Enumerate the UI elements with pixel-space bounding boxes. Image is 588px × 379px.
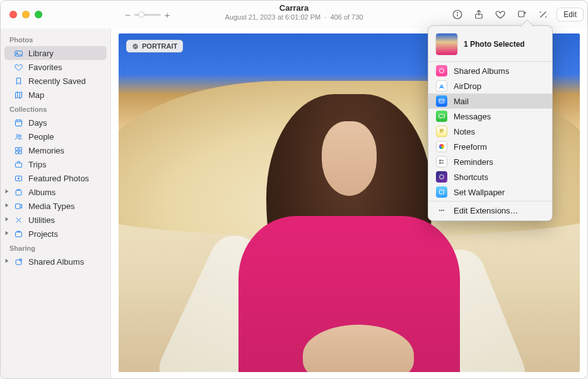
zoom-in-icon[interactable]: +	[165, 9, 170, 20]
share-item-label: Shortcuts	[454, 172, 488, 182]
svg-rect-10	[15, 147, 18, 150]
sidebar-section-sharing: Sharing	[1, 241, 110, 255]
media-icon	[13, 201, 23, 211]
share-item-shortcuts[interactable]: Shortcuts	[428, 169, 552, 184]
photo-counter: 406 of 730	[330, 13, 363, 21]
share-item-airdrop[interactable]: AirDrop	[428, 78, 552, 93]
sidebar-item-people[interactable]: People	[4, 129, 107, 143]
sidebar-item-label: Map	[28, 90, 44, 100]
sidebar-item-utilities[interactable]: Utilities	[4, 213, 107, 227]
sparkle-icon	[13, 173, 23, 183]
favorite-button[interactable]	[492, 6, 509, 23]
share-item-label: Reminders	[454, 157, 493, 167]
separator	[428, 201, 552, 202]
calendar-icon	[13, 117, 23, 128]
messages-icon	[436, 111, 447, 122]
sidebar-item-days[interactable]: Days	[4, 116, 107, 129]
airdrop-icon	[436, 80, 447, 92]
albums-icon	[13, 187, 23, 197]
svg-rect-11	[19, 147, 21, 150]
sidebar[interactable]: Photos Library Favorites Recently Saved …	[1, 28, 111, 378]
sidebar-item-label: Recently Saved	[28, 76, 86, 86]
sidebar-item-label: Utilities	[28, 215, 55, 225]
photo-datetime: August 21, 2023 at 6:01:02 PM	[225, 13, 321, 21]
share-item-label: Notes	[454, 127, 475, 136]
share-item-set-wallpaper[interactable]: Set Wallpaper	[428, 184, 552, 200]
photo-detail	[322, 121, 377, 196]
sidebar-item-projects[interactable]: Projects	[4, 227, 107, 241]
info-button[interactable]	[449, 6, 466, 23]
close-button[interactable]	[9, 11, 17, 18]
sidebar-section-photos: Photos	[1, 32, 110, 46]
disclosure-icon[interactable]	[4, 258, 9, 265]
share-item-shared-albums[interactable]: Shared Albums	[428, 63, 552, 78]
minimize-button[interactable]	[22, 11, 30, 18]
disclosure-icon[interactable]	[4, 217, 9, 223]
share-item-edit-extensions[interactable]: Edit Extensions…	[428, 203, 552, 218]
disclosure-icon[interactable]	[4, 203, 9, 209]
suitcase-icon	[13, 159, 23, 169]
titlebar: − + Carrara August 21, 2023 at 6:01:02 P…	[1, 1, 587, 28]
share-item-label: Mail	[454, 97, 469, 106]
sidebar-item-library[interactable]: Library	[4, 46, 107, 60]
svg-point-27	[440, 69, 444, 73]
zoom-out-icon[interactable]: −	[125, 9, 131, 20]
shared-albums-icon	[13, 256, 23, 267]
share-item-mail[interactable]: Mail	[428, 93, 552, 109]
toolbar-right: Edit	[449, 6, 584, 23]
map-icon	[13, 90, 23, 100]
sidebar-item-media-types[interactable]: Media Types	[4, 199, 107, 213]
sidebar-item-albums[interactable]: Albums	[4, 185, 107, 199]
svg-rect-13	[19, 151, 21, 153]
disclosure-icon[interactable]	[4, 189, 9, 195]
auto-enhance-button[interactable]	[535, 6, 551, 23]
svg-marker-16	[6, 190, 9, 193]
zoom-slider[interactable]	[134, 14, 161, 16]
share-item-freeform[interactable]: Freeform	[428, 139, 552, 154]
sidebar-item-label: Media Types	[28, 202, 74, 211]
photo-location: Carrara	[225, 3, 363, 13]
share-button[interactable]	[471, 6, 487, 23]
sidebar-item-label: Memories	[28, 146, 64, 155]
share-selection-count: 1 Photo Selected	[464, 40, 525, 49]
shared-albums-icon	[436, 65, 447, 76]
sidebar-section-collections: Collections	[1, 102, 110, 116]
share-item-label: Set Wallpaper	[454, 188, 505, 197]
share-item-label: Messages	[454, 112, 491, 121]
svg-rect-7	[15, 120, 21, 126]
sidebar-item-label: Trips	[28, 160, 46, 169]
utilities-icon	[13, 215, 23, 225]
sidebar-item-memories[interactable]: Memories	[4, 143, 107, 157]
share-item-label: Shared Albums	[454, 66, 509, 76]
svg-point-35	[441, 210, 442, 211]
svg-rect-33	[440, 190, 444, 194]
sidebar-item-recently-saved[interactable]: Recently Saved	[4, 74, 107, 88]
freeform-icon	[436, 141, 447, 152]
fullscreen-button[interactable]	[35, 11, 42, 18]
zoom-control[interactable]: − +	[125, 9, 170, 20]
sidebar-item-label: Projects	[28, 229, 58, 239]
sidebar-item-trips[interactable]: Trips	[4, 157, 107, 171]
disclosure-icon[interactable]	[4, 231, 9, 237]
projects-icon	[13, 229, 23, 239]
portrait-badge[interactable]: PORTRAIT	[126, 40, 183, 52]
svg-rect-4	[519, 11, 524, 17]
sidebar-item-featured-photos[interactable]: Featured Photos	[4, 171, 107, 185]
share-item-label: Freeform	[454, 142, 487, 152]
svg-point-8	[16, 134, 18, 136]
title-center: Carrara August 21, 2023 at 6:01:02 PM · …	[225, 3, 363, 21]
sidebar-item-label: Albums	[28, 188, 56, 197]
share-item-reminders[interactable]: Reminders	[428, 154, 552, 169]
share-item-messages[interactable]: Messages	[428, 109, 552, 124]
share-item-notes[interactable]: Notes	[428, 124, 552, 139]
separator	[428, 61, 552, 62]
svg-point-31	[440, 162, 441, 164]
aperture-icon	[132, 43, 139, 50]
edit-button[interactable]: Edit	[556, 8, 584, 21]
sidebar-item-map[interactable]: Map	[4, 88, 107, 102]
window-traffic-lights	[1, 11, 111, 18]
sidebar-item-favorites[interactable]: Favorites	[4, 60, 107, 74]
svg-marker-18	[6, 203, 9, 207]
share-thumbnail	[436, 33, 457, 55]
sidebar-item-shared-albums[interactable]: Shared Albums	[4, 255, 107, 268]
